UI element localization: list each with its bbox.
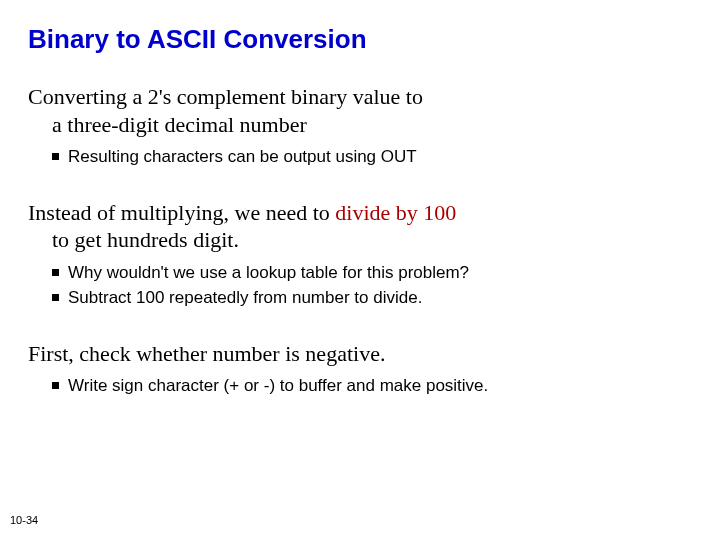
section-1-para: Converting a 2's complement binary value…	[28, 83, 692, 138]
slide-title: Binary to ASCII Conversion	[28, 24, 692, 55]
section-2-para: Instead of multiplying, we need to divid…	[28, 199, 692, 254]
section-2-bullet-1: Why wouldn't we use a lookup table for t…	[52, 262, 692, 285]
section-2-line1a: Instead of multiplying, we need to	[28, 200, 335, 225]
section-2-highlight: divide by 100	[335, 200, 456, 225]
section-1-line1: Converting a 2's complement binary value…	[28, 84, 423, 109]
slide-number: 10-34	[10, 514, 38, 526]
section-3-line1: First, check whether number is negative.	[28, 341, 385, 366]
section-3: First, check whether number is negative.…	[28, 340, 692, 398]
section-2-bullets: Why wouldn't we use a lookup table for t…	[52, 262, 692, 310]
section-2-bullet-2: Subtract 100 repeatedly from number to d…	[52, 287, 692, 310]
section-2: Instead of multiplying, we need to divid…	[28, 199, 692, 310]
section-1: Converting a 2's complement binary value…	[28, 83, 692, 169]
section-1-line2: a three-digit decimal number	[28, 111, 692, 139]
section-1-bullets: Resulting characters can be output using…	[52, 146, 692, 169]
section-3-para: First, check whether number is negative.	[28, 340, 692, 368]
section-1-bullet-1: Resulting characters can be output using…	[52, 146, 692, 169]
section-3-bullet-1: Write sign character (+ or -) to buffer …	[52, 375, 692, 398]
slide: Binary to ASCII Conversion Converting a …	[0, 0, 720, 540]
section-3-bullets: Write sign character (+ or -) to buffer …	[52, 375, 692, 398]
section-2-line2: to get hundreds digit.	[28, 226, 692, 254]
